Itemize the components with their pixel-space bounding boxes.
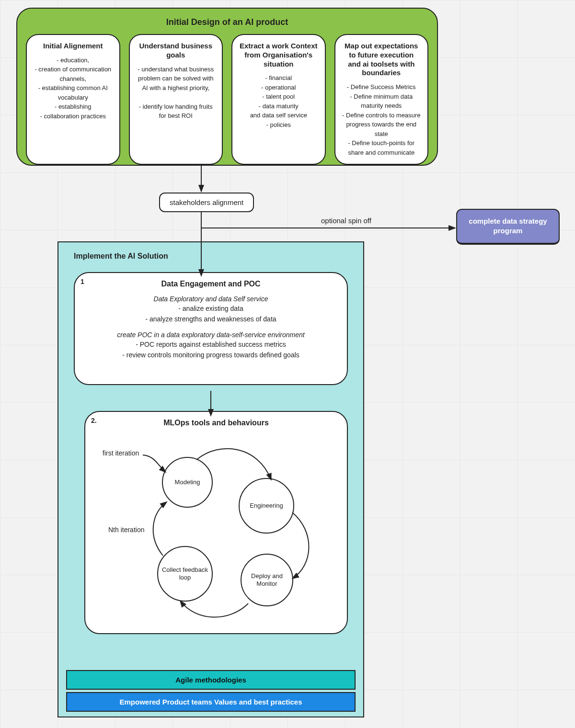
poc-card: 1 Data Engagement and POC Data Explorato… <box>74 272 348 385</box>
poc-sub2: create POC in a data exploratory data-se… <box>75 331 347 339</box>
card-title: Initial Alignement <box>34 42 113 51</box>
first-iteration-label: first iteration <box>103 449 139 457</box>
card-title: Understand business goals <box>137 42 216 60</box>
poc-number: 1 <box>80 278 84 285</box>
mlops-title: MLOps tools and behaviours <box>85 419 347 427</box>
implement-panel: Implement the AI Solution 1 Data Engagem… <box>58 241 364 717</box>
data-strategy-node: complete data strategy program <box>456 209 560 245</box>
stakeholders-node: stakeholders alignment <box>159 193 254 212</box>
card-work-context: Extract a work Context from Organisation… <box>231 34 326 165</box>
poc-sub1: Data Exploratory and data Self service <box>75 295 347 303</box>
card-body: - Define Success Metrics - Define minimu… <box>342 82 421 157</box>
card-body: - financial - operational - talent pool … <box>239 73 318 129</box>
initial-design-title: Initial Design of an AI product <box>26 17 428 27</box>
card-title: Map out expectations to future execution… <box>342 42 421 78</box>
initial-design-cards: Initial Alignement - education, - creati… <box>26 34 428 165</box>
mlops-card: 2. MLOps tools and behaviours first iter… <box>84 411 348 634</box>
card-initial-alignment: Initial Alignement - education, - creati… <box>26 34 120 165</box>
card-expectations: Map out expectations to future execution… <box>334 34 429 165</box>
engineering-circle: Engineering <box>239 478 294 534</box>
feedback-circle: Collect feedback loop <box>157 546 213 602</box>
poc-lines2: - POC reports against established succes… <box>75 340 347 360</box>
implement-title: Implement the AI Solution <box>74 252 352 261</box>
card-business-goals: Understand business goals - understand w… <box>129 34 223 165</box>
card-body: - understand what business problem can b… <box>137 65 216 121</box>
deploy-circle: Deploy and Monitor <box>241 554 293 606</box>
agile-bar: Agile methodologies <box>66 670 356 690</box>
modeling-circle: Modeling <box>162 457 213 508</box>
spin-off-label: optional spin off <box>321 216 371 225</box>
mlops-number: 2. <box>91 417 97 424</box>
mlops-arrows <box>85 412 354 635</box>
poc-title: Data Engagement and POC <box>75 280 347 288</box>
empowered-bar: Empowered Product teams Values and best … <box>66 692 356 712</box>
initial-design-panel: Initial Design of an AI product Initial … <box>16 8 438 166</box>
card-body: - education, - creation of communication… <box>34 56 113 121</box>
card-title: Extract a work Context from Organisation… <box>239 42 318 68</box>
poc-lines1: - analize existing data - analyze streng… <box>75 304 347 324</box>
nth-iteration-label: Nth iteration <box>108 526 144 534</box>
